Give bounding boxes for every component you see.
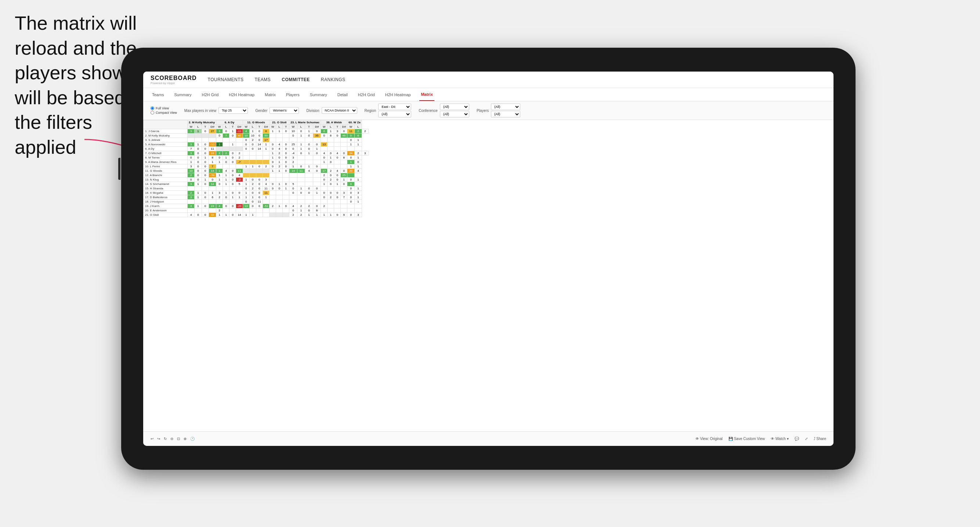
zoom-out-button[interactable]: ⊖	[170, 437, 173, 441]
max-players-select[interactable]: Top 25	[218, 107, 248, 114]
table-row: 21. O Stoll 40033 11014 11 2211 1109 03	[143, 213, 369, 217]
table-row: 1. J Garcia 31027 301-11 4100 110 10010 …	[143, 129, 369, 133]
wl-t: T	[202, 125, 208, 129]
division-select[interactable]: NCAA Division II	[321, 107, 357, 114]
sub-nav-teams[interactable]: Teams	[151, 88, 165, 101]
player-name: 3. S Jelinek	[143, 138, 188, 142]
player-name: 5. A Nomrowski	[143, 142, 188, 147]
zoom-fit-button[interactable]: ⊡	[177, 437, 180, 441]
table-row: 15. H Stranda 02011 001 0100 01	[143, 186, 369, 191]
save-custom-button[interactable]: 💾 Save Custom View	[729, 437, 765, 441]
wl-w: W	[188, 125, 195, 129]
conference-label: Conference	[418, 109, 438, 113]
col-group-mulcahy: 2. M Kelly Mulcahy	[188, 121, 216, 125]
table-row: 13. N Klug 0010 110-2 1003 0201 01	[143, 178, 369, 182]
col-group-schumac: 23. L Marie Schumac	[290, 121, 321, 125]
sub-nav-summary[interactable]: Summary	[173, 88, 193, 101]
sub-nav-matrix[interactable]: Matrix	[263, 88, 277, 101]
logo-text: SCOREBOARD	[151, 75, 197, 81]
nav-links: TOURNAMENTS TEAMS COMMITTEE RANKINGS	[208, 77, 345, 82]
nav-committee[interactable]: COMMITTEE	[282, 77, 310, 82]
player-name: 12. A Bianchi	[143, 173, 188, 178]
player-name: 13. N Klug	[143, 178, 188, 182]
fullscreen-button[interactable]: ⤢	[805, 437, 808, 441]
table-row: 12. A Bianchi 200-58 1104 20025	[143, 173, 369, 178]
player-name: 14. S Srichantamit	[143, 182, 188, 186]
player-name: 20. E Andersson	[143, 208, 188, 213]
gender-label: Gender	[255, 109, 267, 113]
players-select[interactable]: (All)	[491, 103, 520, 110]
conference-filter: Conference (All) (All)	[418, 103, 469, 117]
players-label: Players	[477, 109, 489, 113]
max-players-label: Max players in view	[185, 109, 216, 113]
undo-button[interactable]: ↩	[151, 437, 153, 441]
sub-nav-h2h-heatmap[interactable]: H2H Heatmap	[227, 88, 256, 101]
compact-view-radio[interactable]: Compact View	[151, 111, 177, 114]
table-row: 5. A Nomrowski 310-11 11 00141 040 25100…	[143, 142, 369, 147]
comment-button[interactable]: 💬	[795, 437, 799, 441]
nav-rankings[interactable]: RANKINGS	[321, 77, 345, 82]
matrix-container[interactable]: 2. M Kelly Mulcahy 6. A Dy 11. G Woods 2…	[143, 120, 834, 431]
clock-button[interactable]: 🕐	[190, 437, 195, 441]
redo-button[interactable]: ↪	[157, 437, 160, 441]
table-row: 16. X Mcgaha 2101 3100 10011 0001 0003 0…	[143, 191, 369, 195]
sub-nav-h2h-heatmap2[interactable]: H2H Heatmap	[384, 88, 412, 101]
table-row: 2. M Kelly Mulcahy 07040 1010050 01035 0…	[143, 133, 369, 138]
sub-nav-matrix2[interactable]: Matrix	[419, 88, 434, 101]
logo-area: SCOREBOARD Powered by clippd	[151, 75, 197, 85]
sub-nav-h2h-grid[interactable]: H2H Grid	[200, 88, 220, 101]
view-original-button[interactable]: 👁 View: Original	[695, 437, 722, 441]
region-label: Region	[364, 109, 376, 113]
sub-nav-summary2[interactable]: Summary	[309, 88, 329, 101]
nav-teams[interactable]: TEAMS	[255, 77, 271, 82]
table-row: 9. A Maria Jimenez Rios 1001 100-7 010 2…	[143, 160, 369, 164]
tablet-side-button	[118, 158, 121, 180]
share-button[interactable]: ⤴ Share	[814, 437, 826, 441]
sub-nav-detail[interactable]: Detail	[336, 88, 349, 101]
table-row: 10. L Perini 3007 1102 020 1010 11	[143, 164, 369, 169]
player-name: 16. X Mcgaha	[143, 191, 188, 195]
region-filter: Region East - DII (All)	[364, 103, 412, 117]
player-name: 17. D Ballesteros	[143, 195, 188, 200]
zoom-in-button[interactable]: ⊕	[184, 437, 186, 441]
region-select[interactable]: East - DII	[378, 103, 411, 110]
max-players-filter: Max players in view Top 25	[185, 107, 248, 114]
players-filter: Players (All) (All)	[477, 103, 520, 117]
player-name: 15. H Stranda	[143, 186, 188, 191]
table-row: 20. E Andersson 2 0108	[143, 208, 369, 213]
player-name: 7. O Mitchell	[143, 151, 188, 156]
division-label: Division	[306, 109, 319, 113]
sub-nav: Teams Summary H2H Grid H2H Heatmap Matri…	[143, 88, 834, 101]
player-name: 2. M Kelly Mulcahy	[143, 133, 188, 138]
table-row: 17. D Ballesteros 3106 2011 1101 0207 01	[143, 195, 369, 200]
player-name: 18. J Hodgson	[143, 200, 188, 204]
table-row: 7. O Mitchell 30018 2202 120 -4010 4040 …	[143, 151, 369, 156]
conference-sub-select[interactable]: (All)	[440, 111, 469, 117]
table-row: 19. J Karrh 31019 400-20 1300-51 210 422…	[143, 204, 369, 208]
table-row: 3. S Jelinek 02017 01	[143, 138, 369, 142]
view-toggle: Full View Compact View	[151, 106, 177, 114]
conference-select[interactable]: (All)	[440, 103, 469, 110]
players-sub-select[interactable]: (All)	[491, 111, 520, 117]
player-name: 6. A Dy	[143, 147, 188, 151]
col-group-woods: 11. G Woods	[243, 121, 269, 125]
player-name: 10. L Perini	[143, 164, 188, 169]
nav-tournaments[interactable]: TOURNAMENTS	[208, 77, 244, 82]
watch-button[interactable]: 👁 Watch ▾	[771, 437, 789, 441]
table-row: 6. A Dy 70011 00141 040 0101	[143, 147, 369, 151]
table-row: 11. G Woods 100014 14011 110 141140 1724…	[143, 169, 369, 173]
tablet-screen: SCOREBOARD Powered by clippd TOURNAMENTS…	[143, 71, 834, 446]
sub-nav-h2h-grid2[interactable]: H2H Grid	[356, 88, 376, 101]
region-sub-select[interactable]: (All)	[378, 111, 411, 117]
refresh-button[interactable]: ↻	[164, 437, 167, 441]
full-view-radio[interactable]: Full View	[151, 106, 177, 110]
col-group-za: 60. W Za	[347, 121, 362, 125]
toolbar-left: ↩ ↪ ↻ ⊖ ⊡ ⊕ 🕐	[151, 437, 195, 441]
player-name: 1. J Garcia	[143, 129, 188, 133]
tablet-device: SCOREBOARD Powered by clippd TOURNAMENTS…	[121, 48, 856, 470]
matrix-table: 2. M Kelly Mulcahy 6. A Dy 11. G Woods 2…	[143, 120, 369, 217]
nav-bar: SCOREBOARD Powered by clippd TOURNAMENTS…	[143, 71, 834, 88]
player-name: 9. A Maria Jimenez Rios	[143, 160, 188, 164]
gender-select[interactable]: Women's	[269, 107, 299, 114]
sub-nav-players[interactable]: Players	[285, 88, 301, 101]
